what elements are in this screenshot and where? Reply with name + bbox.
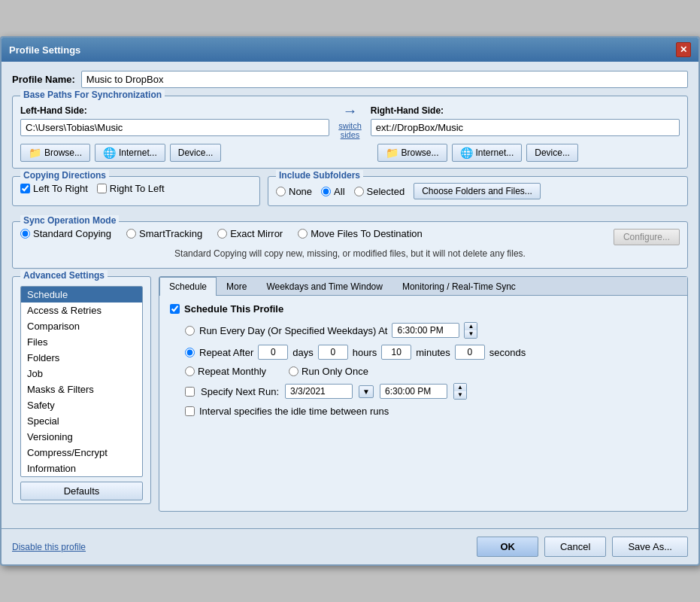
arrow-icon: →	[343, 102, 358, 120]
run-once-input[interactable]	[289, 366, 298, 376]
defaults-button[interactable]: Defaults	[20, 482, 143, 500]
none-radio-input[interactable]	[276, 187, 286, 196]
run-time-down[interactable]: ▼	[465, 330, 477, 338]
close-button[interactable]: ✕	[676, 42, 691, 57]
run-time-spinner: ▲ ▼	[464, 322, 477, 339]
all-radio-input[interactable]	[321, 187, 331, 196]
left-internet-button[interactable]: 🌐Internet...	[95, 144, 165, 162]
left-side-label: Left-Hand Side:	[20, 105, 329, 116]
disable-profile-link[interactable]: Disable this profile	[12, 542, 86, 552]
right-browse-button[interactable]: 📁Browse...	[377, 144, 447, 162]
repeat-days-input[interactable]	[258, 345, 288, 360]
tab-monitoring[interactable]: Monitoring / Real-Time Sync	[392, 277, 526, 296]
choose-folders-button[interactable]: Choose Folders and Files...	[414, 183, 541, 199]
list-item-folders[interactable]: Folders	[21, 350, 142, 366]
run-time-input[interactable]	[392, 323, 459, 338]
smart-radio-input[interactable]	[126, 229, 136, 239]
run-every-day-label: Run Every Day (Or Specified Weekdays) At	[199, 325, 387, 336]
run-every-day-radio[interactable]	[185, 326, 195, 336]
specify-next-run-checkbox[interactable]	[185, 387, 195, 397]
profile-name-label: Profile Name:	[12, 74, 75, 85]
repeat-hours-input[interactable]	[318, 345, 348, 360]
standard-copying-radio[interactable]: Standard Copying	[20, 228, 111, 239]
list-item-information[interactable]: Information	[21, 461, 142, 476]
sync-mode-options: Standard Copying SmartTracking Exact Mir…	[20, 228, 614, 239]
list-item-schedule[interactable]: Schedule	[21, 287, 142, 303]
list-item-access[interactable]: Access & Retries	[21, 303, 142, 318]
specify-label: Specify Next Run:	[201, 386, 279, 397]
interval-checkbox[interactable]	[185, 406, 195, 416]
smart-tracking-radio[interactable]: SmartTracking	[126, 228, 202, 239]
tab-more[interactable]: More	[217, 277, 256, 296]
none-radio[interactable]: None	[276, 186, 312, 197]
list-item-masks[interactable]: Masks & Filters	[21, 382, 142, 397]
left-to-right-checkbox[interactable]: Left To Right	[20, 183, 88, 194]
date-dropdown-button[interactable]: ▼	[359, 385, 374, 398]
footer-buttons: OK Cancel Save As...	[477, 537, 688, 557]
specify-time-input[interactable]	[380, 384, 447, 399]
sync-mode-group: Sync Operation Mode Standard Copying Sma…	[12, 221, 688, 269]
seconds-label: seconds	[489, 347, 526, 358]
run-time-up[interactable]: ▲	[465, 323, 477, 330]
directions-subfolders-row: Copying Directions Left To Right Right T…	[12, 176, 688, 214]
specify-time-up[interactable]: ▲	[454, 384, 466, 391]
folder-icon: 📁	[29, 147, 41, 159]
standard-radio-input[interactable]	[20, 229, 30, 239]
specify-time-down[interactable]: ▼	[454, 391, 466, 399]
dialog-title: Profile Settings	[9, 44, 80, 56]
configure-button[interactable]: Configure...	[614, 229, 680, 245]
left-browse-half: 📁Browse... 🌐Internet... Device...	[20, 144, 323, 162]
selected-radio-input[interactable]	[354, 187, 364, 196]
right-to-left-input[interactable]	[97, 184, 107, 193]
list-item-job[interactable]: Job	[21, 366, 142, 382]
left-path-input[interactable]	[20, 119, 329, 136]
ok-button[interactable]: OK	[477, 537, 538, 557]
repeat-monthly-radio[interactable]: Repeat Monthly	[185, 366, 266, 377]
internet-icon: 🌐	[103, 147, 116, 159]
repeat-after-radio[interactable]	[185, 348, 195, 357]
move-files-radio[interactable]: Move Files To Destination	[298, 228, 423, 239]
left-browse-button[interactable]: 📁Browse...	[20, 144, 90, 162]
schedule-enable-checkbox[interactable]	[170, 304, 180, 314]
repeat-minutes-input[interactable]	[381, 345, 411, 360]
run-every-day-row: Run Every Day (Or Specified Weekdays) At…	[170, 322, 677, 339]
tab-weekdays[interactable]: Weekdays and Time Window	[256, 277, 392, 296]
list-item-compress[interactable]: Compress/Encrypt	[21, 445, 142, 461]
profile-name-row: Profile Name:	[12, 71, 688, 88]
schedule-panel: Schedule More Weekdays and Time Window M…	[159, 276, 688, 512]
list-item-safety[interactable]: Safety	[21, 397, 142, 413]
list-item-versioning[interactable]: Versioning	[21, 429, 142, 445]
paths-row: Left-Hand Side: → switch sides Right-Han…	[20, 102, 680, 139]
save-as-button[interactable]: Save As...	[612, 537, 688, 557]
left-device-button[interactable]: Device...	[170, 144, 222, 162]
right-path-input[interactable]	[371, 119, 680, 136]
monthly-once-row: Repeat Monthly Run Only Once	[170, 366, 677, 377]
browse-row: 📁Browse... 🌐Internet... Device... 📁Brows…	[20, 144, 680, 162]
list-item-comparison[interactable]: Comparison	[21, 318, 142, 334]
right-to-left-checkbox[interactable]: Right To Left	[97, 183, 165, 194]
profile-name-input[interactable]	[81, 71, 688, 88]
sync-mode-label: Sync Operation Mode	[20, 215, 119, 226]
hours-label: hours	[353, 347, 377, 358]
right-internet-button[interactable]: 🌐Internet...	[452, 144, 523, 162]
right-browse-half: 📁Browse... 🌐Internet... Device...	[377, 144, 680, 162]
exact-mirror-radio[interactable]: Exact Mirror	[217, 228, 283, 239]
all-radio[interactable]: All	[321, 186, 344, 197]
left-to-right-input[interactable]	[20, 184, 30, 193]
right-device-button[interactable]: Device...	[526, 144, 578, 162]
specify-date-input[interactable]	[285, 384, 353, 399]
run-once-radio[interactable]: Run Only Once	[289, 366, 368, 377]
list-item-files[interactable]: Files	[21, 334, 142, 350]
repeat-seconds-input[interactable]	[455, 345, 485, 360]
left-path-side: Left-Hand Side:	[20, 105, 329, 136]
selected-radio[interactable]: Selected	[354, 186, 405, 197]
copying-directions-group: Copying Directions Left To Right Right T…	[12, 176, 260, 206]
cancel-button[interactable]: Cancel	[544, 537, 606, 557]
advanced-settings-group: Advanced Settings Schedule Access & Retr…	[12, 276, 151, 504]
list-item-special[interactable]: Special	[21, 413, 142, 429]
repeat-monthly-input[interactable]	[185, 366, 195, 376]
move-radio-input[interactable]	[298, 229, 308, 239]
exact-radio-input[interactable]	[217, 229, 227, 239]
tab-schedule[interactable]: Schedule	[159, 277, 217, 296]
switch-sides-button[interactable]: switch sides	[338, 121, 362, 139]
